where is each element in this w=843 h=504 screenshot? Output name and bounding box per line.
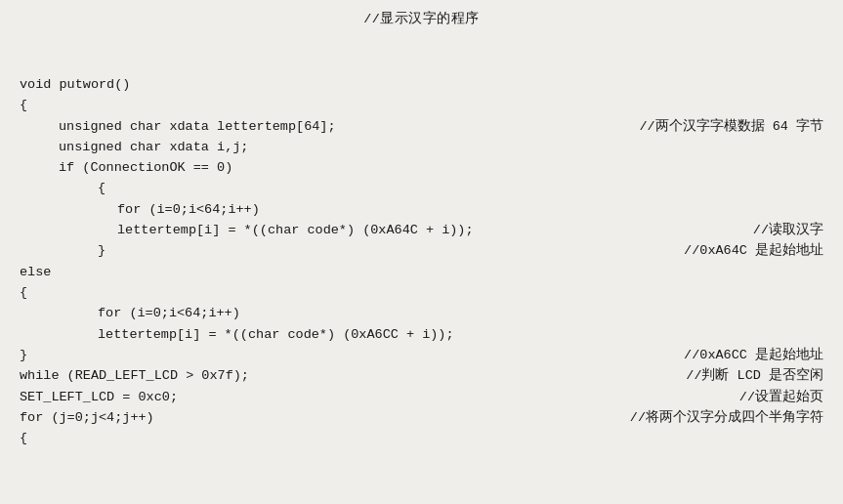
code-comment: //判断 LCD 是否空闲 xyxy=(671,365,823,386)
code-line: if (ConnectionOK == 0) xyxy=(20,157,823,178)
code-line: }//0xA64C 是起始地址 xyxy=(20,240,823,261)
code-text: { xyxy=(20,178,105,198)
code-comment: //读取汉字 xyxy=(738,220,823,240)
code-text: lettertemp[i] = *((char code*) (0xA64C +… xyxy=(20,220,474,240)
code-text: unsigned char xdata i,j; xyxy=(20,137,248,157)
code-line: { xyxy=(20,95,823,115)
code-line: for (i=0;i<64;i++) xyxy=(20,303,823,323)
code-text: for (j=0;j<4;j++) xyxy=(20,407,154,428)
code-line: SET_LEFT_LCD = 0xc0;//设置起始页 xyxy=(20,387,823,407)
code-text: { xyxy=(20,282,27,303)
code-comment: //0xA6CC 是起始地址 xyxy=(669,345,823,365)
code-text: lettertemp[i] = *((char code*) (0xA6CC +… xyxy=(20,324,454,345)
code-text: if (ConnectionOK == 0) xyxy=(20,157,232,178)
code-line: lettertemp[i] = *((char code*) (0xA6CC +… xyxy=(20,324,823,345)
page-container: //显示汉字的程序 void putword(){unsigned char x… xyxy=(0,0,843,504)
code-text: unsigned char xdata lettertemp[64]; xyxy=(20,116,336,137)
code-line: { xyxy=(20,178,823,198)
code-comment: //将两个汉字分成四个半角字符 xyxy=(615,407,823,428)
code-line: void putword() xyxy=(20,74,823,95)
code-text: void putword() xyxy=(20,74,130,95)
code-line: { xyxy=(20,428,823,448)
code-line: while (READ_LEFT_LCD > 0x7f);//判断 LCD 是否… xyxy=(20,365,823,386)
header-comment-text: //显示汉字的程序 xyxy=(363,12,480,26)
code-comment: //两个汉字字模数据 64 字节 xyxy=(624,116,823,137)
code-text: { xyxy=(20,428,27,448)
code-comment: //0xA64C 是起始地址 xyxy=(669,240,823,261)
code-text: SET_LEFT_LCD = 0xc0; xyxy=(20,387,178,407)
code-line: for (j=0;j<4;j++)//将两个汉字分成四个半角字符 xyxy=(20,407,823,428)
code-text: for (i=0;i<64;i++) xyxy=(20,303,240,323)
code-text: { xyxy=(20,95,27,115)
code-block: void putword(){unsigned char xdata lette… xyxy=(20,33,823,449)
code-line: { xyxy=(20,282,823,303)
code-text: else xyxy=(20,262,51,282)
code-line: for (i=0;i<64;i++) xyxy=(20,199,823,220)
code-line: else xyxy=(20,262,823,282)
code-text: } xyxy=(20,345,27,365)
code-line: }//0xA6CC 是起始地址 xyxy=(20,345,823,365)
code-line: lettertemp[i] = *((char code*) (0xA64C +… xyxy=(20,220,823,240)
code-text: } xyxy=(20,240,105,261)
code-text: while (READ_LEFT_LCD > 0x7f); xyxy=(20,365,249,386)
header-comment: //显示汉字的程序 xyxy=(20,10,823,27)
code-line: unsigned char xdata i,j; xyxy=(20,137,823,157)
code-comment: //设置起始页 xyxy=(725,387,823,407)
code-line: unsigned char xdata lettertemp[64];//两个汉… xyxy=(20,116,823,137)
code-text: for (i=0;i<64;i++) xyxy=(20,199,260,220)
